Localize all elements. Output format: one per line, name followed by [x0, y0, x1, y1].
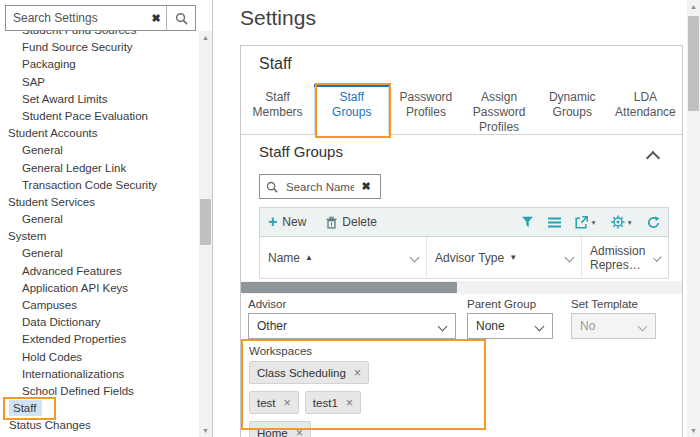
tabstrip: Staff Members Staff Groups Password Prof… — [241, 84, 682, 135]
tree-item[interactable]: Data Dictionary — [0, 314, 198, 331]
tree-item[interactable]: System — [0, 228, 198, 245]
advisor-value: Other — [257, 319, 287, 333]
tree-item[interactable]: Set Award Limits — [0, 91, 198, 108]
tree-item[interactable]: Internationalizations — [0, 366, 198, 383]
tree-item[interactable]: Advanced Features — [0, 263, 198, 280]
workspace-tag: test × — [249, 391, 299, 414]
workspace-tag-label: Home — [257, 427, 288, 437]
export-menu-caret-icon: ▼ — [590, 219, 596, 226]
tab-label: Staff Members — [246, 90, 310, 120]
search-icon — [175, 12, 188, 25]
horizontal-scrollbar[interactable] — [241, 281, 682, 294]
staff-panel: Staff Staff Members Staff Groups Passwor… — [240, 45, 683, 437]
tree-item[interactable]: Student Accounts — [0, 125, 198, 142]
column-menu-chevron-icon[interactable] — [565, 253, 575, 263]
column-label: Advisor Type — [435, 251, 504, 265]
remove-tag-icon[interactable]: × — [296, 426, 303, 437]
new-button[interactable]: + New — [268, 215, 306, 229]
tree-item[interactable]: School Defined Fields — [0, 383, 198, 400]
remove-tag-icon[interactable]: × — [354, 366, 361, 380]
tree-item[interactable]: Student Fund Sources — [0, 31, 198, 39]
workspace-tag: Class Scheduling × — [249, 361, 369, 384]
delete-button[interactable]: Delete — [326, 215, 377, 229]
tab-label: Password Profiles — [394, 90, 458, 120]
column-header-advisor-type[interactable]: Advisor Type ▼ — [427, 237, 582, 278]
tab-dynamic-groups[interactable]: Dynamic Groups — [536, 84, 609, 134]
tree-item[interactable]: SAP — [0, 74, 198, 91]
tree-item[interactable]: Status Changes — [0, 417, 198, 434]
parent-group-select[interactable]: None — [467, 313, 553, 339]
tree-item[interactable]: Transaction Code Security — [0, 177, 198, 194]
scroll-down-arrow[interactable]: ▼ — [687, 424, 700, 437]
tab-staff-members[interactable]: Staff Members — [241, 84, 314, 134]
tree-item[interactable]: Hold Codes — [0, 349, 198, 366]
column-chooser-icon[interactable] — [548, 217, 561, 228]
refresh-icon[interactable] — [647, 216, 660, 229]
plus-icon: + — [268, 215, 277, 229]
column-header-admission-rep[interactable]: Admission Repres… — [582, 237, 668, 278]
parent-group-value: None — [476, 319, 505, 333]
workspace-tag: test1 × — [305, 391, 361, 414]
sidebar-scrollbar[interactable]: ▲ ▼ — [199, 31, 212, 437]
clear-grid-search-icon[interactable]: ✖ — [356, 180, 376, 193]
page-title: Settings — [240, 6, 316, 30]
column-header-name[interactable]: Name ▲ — [260, 237, 427, 278]
export-icon[interactable]: ▼ — [575, 216, 596, 229]
chevron-down-icon — [638, 322, 648, 332]
sidebar-scrollbar-thumb[interactable] — [200, 199, 211, 245]
workspace-tag-label: test1 — [313, 397, 338, 409]
tab-staff-groups[interactable]: Staff Groups — [314, 84, 389, 135]
tree-item-staff-selected[interactable]: Staff — [0, 400, 198, 417]
set-template-label: Set Template — [571, 298, 638, 310]
advisor-select[interactable]: Other — [248, 313, 456, 339]
tree-item[interactable]: Student Services — [0, 194, 198, 211]
horizontal-scrollbar-thumb[interactable] — [241, 282, 457, 293]
tree-item[interactable]: Application API Keys — [0, 280, 198, 297]
parent-group-label: Parent Group — [467, 298, 536, 310]
remove-tag-icon[interactable]: × — [346, 396, 353, 410]
tree-item[interactable]: General — [0, 142, 198, 159]
tree-item[interactable]: General Ledger Link — [0, 160, 198, 177]
main-scrollbar-thumb[interactable] — [688, 16, 699, 111]
filter-icon[interactable] — [521, 216, 534, 228]
tree-item[interactable]: Packaging — [0, 56, 198, 73]
gear-menu-caret-icon: ▼ — [627, 219, 633, 226]
tree-item[interactable]: Campuses — [0, 297, 198, 314]
set-template-select: No — [571, 313, 656, 339]
tree-item[interactable]: General — [0, 211, 198, 228]
tab-lda-attendance[interactable]: LDA Attendance — [609, 84, 682, 134]
tree-item[interactable]: Fund Source Security — [0, 39, 198, 56]
scroll-down-arrow[interactable]: ▼ — [199, 424, 212, 437]
tab-assign-password-profiles[interactable]: Assign Password Profiles — [463, 84, 536, 134]
sort-desc-icon: ▼ — [509, 253, 517, 262]
remove-tag-icon[interactable]: × — [284, 396, 291, 410]
collapse-section-icon[interactable] — [648, 149, 662, 163]
selected-item-highlight: Staff — [9, 400, 42, 416]
clear-search-icon[interactable]: ✖ — [146, 6, 166, 30]
main-scrollbar[interactable]: ▲ ▼ — [687, 0, 700, 437]
tree-item[interactable]: Extended Properties — [0, 331, 198, 348]
grid-header: Name ▲ Advisor Type ▼ Admission Repres… — [259, 237, 669, 279]
new-button-label: New — [282, 215, 306, 229]
settings-tree: Student Fund Sources Fund Source Securit… — [0, 31, 198, 437]
search-icon — [266, 181, 278, 193]
grid-toolbar: + New Delete — [259, 207, 669, 237]
column-label: Name — [268, 251, 300, 265]
search-button[interactable] — [166, 6, 195, 30]
tree-item[interactable]: Student Pace Evaluation — [0, 108, 198, 125]
chevron-down-icon — [438, 322, 448, 332]
sidebar-search-box: ✖ — [5, 5, 196, 31]
workspaces-multiselect[interactable]: Class Scheduling × test × test1 × Home × — [249, 361, 419, 437]
sidebar-search-input[interactable] — [6, 6, 146, 30]
tab-password-profiles[interactable]: Password Profiles — [389, 84, 462, 134]
tab-label: Staff Groups — [320, 90, 384, 120]
column-menu-chevron-icon[interactable] — [410, 253, 420, 263]
grid-settings-gear-icon[interactable]: ▼ — [611, 215, 633, 229]
grid-search-input[interactable] — [284, 180, 356, 194]
scroll-up-arrow[interactable]: ▲ — [687, 0, 700, 13]
workspace-tag: Home × — [249, 421, 311, 437]
settings-sidebar: ✖ Student Fund Sources Fund Source Secur… — [0, 0, 213, 437]
tree-item[interactable]: General — [0, 245, 198, 262]
scroll-up-arrow[interactable]: ▲ — [199, 31, 212, 44]
chevron-down-icon — [535, 322, 545, 332]
